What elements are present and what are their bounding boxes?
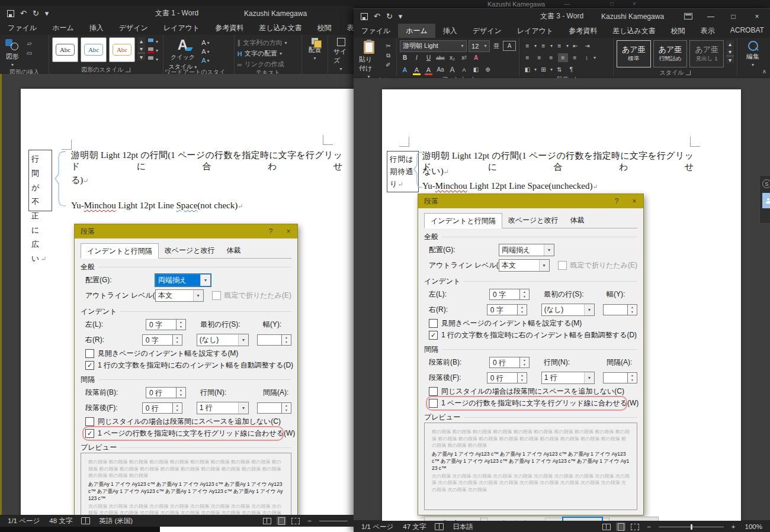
dialog-launcher-icon[interactable] xyxy=(126,67,130,72)
tab-textflow[interactable]: 体裁 xyxy=(564,213,591,228)
outline-level-combo[interactable]: 本文▾ xyxy=(155,289,204,302)
change-case-icon[interactable]: Aa xyxy=(435,65,445,74)
web-layout-icon[interactable] xyxy=(630,523,640,531)
paste-button[interactable]: 貼り付け ▾ xyxy=(357,40,381,80)
ribbon-display-options-button[interactable] xyxy=(678,9,698,24)
print-layout-icon[interactable] xyxy=(277,517,286,525)
text-outline-button[interactable]: A▾ xyxy=(201,47,209,56)
underline-icon[interactable]: U xyxy=(424,53,434,62)
font-size-combo[interactable]: 12▾ xyxy=(469,40,490,52)
style-normal[interactable]: あア亜標準 xyxy=(617,40,651,67)
shrink-font-icon[interactable]: A xyxy=(459,65,469,74)
print-layout-icon[interactable] xyxy=(616,523,625,531)
tab-acrobat[interactable]: ACROBAT xyxy=(723,24,770,38)
web-layout-icon[interactable] xyxy=(291,517,300,525)
shape-fill-button[interactable]: ▾ xyxy=(147,37,158,46)
contact-tile[interactable] xyxy=(762,193,770,208)
word-count[interactable]: 47 文字 xyxy=(399,523,430,531)
chevron-down-icon[interactable]: ▾ xyxy=(584,372,594,383)
space-after-spinner[interactable]: 0 行▴▾ xyxy=(487,372,527,383)
alignment-combo[interactable]: 両端揃え▾ xyxy=(499,244,554,256)
sort-icon[interactable]: ⇅ xyxy=(554,65,564,74)
style-scroll-up-icon[interactable]: ▴ xyxy=(137,37,145,44)
shading-icon[interactable]: ◧ xyxy=(522,65,532,74)
save-icon[interactable] xyxy=(7,10,14,17)
spacing-at-spinner[interactable]: ▴▾ xyxy=(603,372,637,383)
style-no-spacing[interactable]: あア亜行間詰め xyxy=(653,40,688,67)
edit-shape-icon[interactable]: ▱ xyxy=(24,39,34,48)
redo-icon[interactable]: ↻ xyxy=(386,12,393,21)
chevron-down-icon[interactable]: ▾ xyxy=(544,244,554,256)
tab-layout[interactable]: レイアウト xyxy=(156,21,207,35)
qat-customize-icon[interactable]: ▾ xyxy=(45,9,49,18)
font-color-icon[interactable]: A xyxy=(424,65,434,74)
text-effects-icon[interactable]: A xyxy=(471,53,481,62)
read-mode-icon[interactable] xyxy=(262,517,272,525)
word-count[interactable]: 48 文字 xyxy=(45,517,76,525)
text-box-icon[interactable]: ▭ xyxy=(24,49,34,57)
chevron-down-icon[interactable]: ▾ xyxy=(238,334,248,346)
tab-home[interactable]: ホーム xyxy=(398,24,435,38)
dialog-close-button[interactable]: × xyxy=(280,227,297,236)
tab-insert[interactable]: 挿入 xyxy=(435,24,465,38)
redo-icon[interactable]: ↻ xyxy=(33,9,39,18)
tab-indents-spacing[interactable]: インデントと行間隔 xyxy=(81,243,159,259)
body-text-line2[interactable]: ない)↵ xyxy=(422,166,449,177)
increase-indent-icon[interactable]: ⇥ xyxy=(582,41,592,50)
minimize-button[interactable]: — xyxy=(701,9,721,24)
shape-style-thumb-2[interactable]: Abc xyxy=(81,37,107,62)
indent-right-spinner[interactable]: 0 字▴▾ xyxy=(142,334,182,346)
tab-review[interactable]: 校閲 xyxy=(663,24,693,38)
tab-references[interactable]: 参考資料 xyxy=(207,21,251,35)
show-formatting-marks-icon[interactable]: ¶ xyxy=(566,65,576,74)
tab-view[interactable]: 表示 xyxy=(693,24,723,38)
tab-review[interactable]: 校閲 xyxy=(310,21,339,35)
style-gallery-more-icon[interactable]: ▾ xyxy=(137,53,145,60)
page-indicator[interactable]: 1/1 ページ xyxy=(357,523,397,531)
quick-styles-button[interactable]: A クイック スタイル ▾ xyxy=(166,37,200,72)
snap-to-grid-checkbox[interactable]: ✓1 ページの行数を指定時に文字を行グリッド線に合わせる(W) xyxy=(85,427,291,439)
tab-indents-spacing[interactable]: インデントと行間隔 xyxy=(424,213,502,228)
body-text-line3[interactable]: Yu-Minchou Light 12pt Line Space(uncheck… xyxy=(422,181,598,191)
chevron-down-icon[interactable]: ▾ xyxy=(539,260,549,271)
outline-level-combo[interactable]: 本文▾ xyxy=(499,259,550,272)
zoom-in-icon[interactable]: + xyxy=(727,523,740,530)
proofing-icon[interactable] xyxy=(435,523,444,530)
tab-file[interactable]: ファイル xyxy=(0,21,44,35)
character-border-icon[interactable]: A xyxy=(503,41,516,51)
dialog-help-button[interactable]: ? xyxy=(262,227,280,236)
dialog-titlebar[interactable]: 段落 ? × xyxy=(418,194,643,208)
spacing-at-spinner[interactable]: ▴▾ xyxy=(257,402,291,414)
numbering-icon[interactable]: ≡ xyxy=(538,41,548,50)
language-indicator[interactable]: 日本語 xyxy=(448,523,477,531)
tab-home[interactable]: ホーム xyxy=(44,21,82,35)
indent-by-spinner[interactable]: ▴▾ xyxy=(603,304,637,315)
arrange-button[interactable]: 配置 ▾ xyxy=(306,37,324,62)
enclose-characters-icon[interactable]: ⊕ xyxy=(483,65,493,74)
shape-outline-button[interactable]: ▾ xyxy=(147,46,158,54)
indent-left-spinner[interactable]: 0 字▴▾ xyxy=(489,289,530,300)
tab-line-page-breaks[interactable]: 改ページと改行 xyxy=(502,213,564,228)
cut-icon[interactable]: ✂ xyxy=(383,41,393,50)
body-text-line1[interactable]: 游明朝 Light 12pt の行間(1 ページの行数を指定時に文字を行グリッド… xyxy=(422,150,694,173)
zoom-slider[interactable] xyxy=(319,521,348,521)
superscript-icon[interactable]: x² xyxy=(459,53,469,62)
styles-scroll-up-icon[interactable]: ▴ xyxy=(726,40,734,47)
tab-mailings[interactable]: 差し込み文書 xyxy=(251,21,310,35)
indent-by-spinner[interactable]: ▴▾ xyxy=(257,334,291,346)
account-user-name[interactable]: Kazushi Kamegawa xyxy=(601,12,664,21)
style-scroll-down-icon[interactable]: ▾ xyxy=(137,45,145,52)
text-effects-button[interactable]: A▾ xyxy=(201,56,209,65)
bullets-icon[interactable]: ≡ xyxy=(522,41,532,50)
special-indent-combo[interactable]: (なし)▾ xyxy=(197,334,249,346)
tab-insert[interactable]: 挿入 xyxy=(82,21,111,35)
editing-button[interactable]: 編集 ▾ xyxy=(744,40,762,68)
zoom-out-icon[interactable]: − xyxy=(643,523,655,530)
multilevel-list-icon[interactable]: ≡ xyxy=(554,41,564,50)
auto-adjust-indent-checkbox[interactable]: ✓1 行の文字数を指定時に右のインデント幅を自動調整する(D) xyxy=(429,329,637,341)
zoom-percentage[interactable]: 100% xyxy=(741,523,766,530)
highlight-color-icon[interactable]: A xyxy=(412,65,422,74)
zoom-out-icon[interactable]: − xyxy=(303,517,316,524)
no-space-same-style-checkbox[interactable]: 同じスタイルの場合は段落間にスペースを追加しない(C) xyxy=(429,385,637,397)
tab-textflow[interactable]: 体裁 xyxy=(221,243,247,259)
